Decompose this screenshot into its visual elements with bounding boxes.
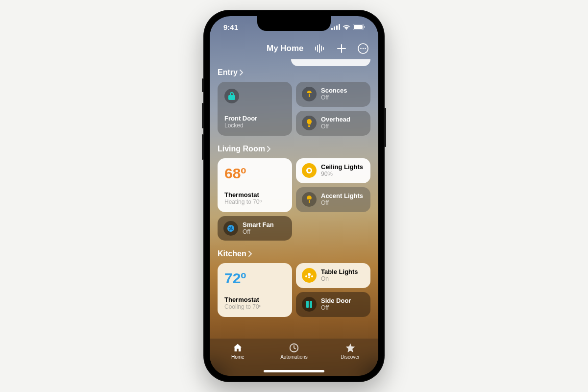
lamp-icon — [302, 192, 317, 207]
svg-point-21 — [308, 273, 311, 276]
nav-bar: My Home — [210, 38, 378, 59]
tab-home[interactable]: Home — [218, 343, 257, 360]
tab-bar: Home Automations Discover — [210, 339, 378, 376]
tile-accent-lights[interactable]: Accent Lights Off — [296, 187, 370, 212]
svg-point-23 — [311, 275, 313, 277]
room-header-kitchen[interactable]: Kitchen — [218, 249, 370, 258]
tab-automations[interactable]: Automations — [274, 343, 314, 360]
sconce-icon — [302, 87, 317, 101]
lock-icon — [224, 89, 239, 103]
cellular-icon — [331, 23, 340, 31]
tile-thermostat-living[interactable]: 68º Thermostat Heating to 70º — [218, 158, 292, 212]
accessory-name: Thermostat — [224, 191, 285, 198]
content: Entry Front Door Locked — [210, 59, 378, 339]
door-icon — [302, 297, 317, 312]
accessory-name: Front Door — [224, 115, 285, 122]
tab-label: Home — [231, 354, 245, 360]
chevron-right-icon — [248, 251, 252, 257]
chevron-right-icon — [267, 146, 271, 152]
tile-ceiling-lights[interactable]: Ceiling Lights 90% — [296, 158, 370, 183]
page-title: My Home — [267, 44, 304, 53]
accessory-name: Side Door — [321, 297, 351, 305]
svg-point-16 — [363, 48, 364, 49]
tile-thermostat-kitchen[interactable]: 72º Thermostat Cooling to 70º — [218, 263, 292, 317]
accessory-status: Cooling to 70º — [224, 303, 285, 310]
room-label: Entry — [218, 68, 238, 77]
room-entry: Entry Front Door Locked — [218, 68, 370, 136]
screen: 9:41 My Home — [210, 16, 378, 376]
accessory-status: Off — [321, 200, 363, 207]
svg-rect-2 — [336, 25, 338, 30]
accessory-status: Off — [321, 95, 347, 101]
accessory-name: Accent Lights — [321, 193, 363, 200]
accessory-status: Off — [321, 305, 351, 312]
intercom-button[interactable] — [314, 42, 326, 55]
accessory-name: Overhead — [321, 116, 350, 123]
accessory-status: Heating to 70º — [224, 198, 285, 205]
accessory-name: Sconces — [321, 87, 347, 95]
lightbulb-icon — [302, 116, 317, 130]
accessory-status: 90% — [321, 171, 363, 178]
home-indicator[interactable] — [264, 370, 324, 372]
star-icon — [345, 343, 356, 353]
accessory-name: Smart Fan — [243, 221, 274, 229]
svg-rect-26 — [310, 301, 312, 308]
tile-overhead[interactable]: Overhead Off — [296, 111, 370, 136]
wifi-icon — [343, 23, 350, 31]
fan-icon — [223, 221, 238, 236]
thermostat-temp: 72º — [224, 270, 285, 287]
room-label: Kitchen — [218, 249, 246, 258]
accessory-name: Thermostat — [224, 296, 285, 303]
chevron-right-icon — [240, 70, 244, 75]
thermostat-temp: 68º — [224, 165, 285, 182]
tile-front-door[interactable]: Front Door Locked — [218, 82, 292, 136]
clock-icon — [289, 343, 299, 353]
tab-discover[interactable]: Discover — [331, 343, 370, 360]
partial-tile[interactable] — [291, 59, 370, 66]
more-button[interactable] — [357, 42, 369, 55]
svg-point-20 — [227, 225, 234, 232]
room-kitchen: Kitchen 72º Thermostat Cooling to 70º — [218, 249, 370, 317]
tile-table-lights[interactable]: Table Lights On — [296, 263, 370, 288]
status-time: 9:41 — [223, 23, 238, 31]
accessory-status: On — [321, 276, 358, 283]
phone-frame: 9:41 My Home — [203, 10, 385, 382]
svg-rect-25 — [306, 301, 309, 308]
battery-icon — [353, 23, 366, 31]
room-label: Living Room — [218, 145, 265, 153]
room-living: Living Room 68º Thermostat Heating to 70… — [218, 145, 370, 241]
ceiling-light-icon — [302, 163, 317, 178]
svg-point-24 — [308, 276, 310, 278]
chandelier-icon — [302, 268, 317, 283]
svg-rect-1 — [334, 26, 335, 30]
svg-point-22 — [305, 275, 307, 277]
house-icon — [232, 343, 243, 353]
svg-rect-3 — [339, 24, 340, 30]
add-button[interactable] — [335, 42, 348, 55]
accessory-name: Table Lights — [321, 269, 358, 276]
tab-label: Discover — [341, 354, 360, 360]
accessory-status: Locked — [224, 122, 285, 129]
accessory-status: Off — [243, 229, 274, 236]
tab-label: Automations — [280, 354, 308, 360]
accessory-name: Ceiling Lights — [321, 164, 363, 171]
tile-side-door[interactable]: Side Door Off — [296, 292, 370, 317]
svg-rect-6 — [364, 26, 365, 28]
accessory-status: Off — [321, 123, 350, 130]
notch — [257, 16, 331, 31]
svg-point-15 — [360, 48, 362, 49]
svg-point-17 — [365, 48, 366, 49]
svg-rect-0 — [331, 28, 333, 30]
tile-smart-fan[interactable]: Smart Fan Off — [218, 216, 292, 241]
room-header-entry[interactable]: Entry — [218, 68, 370, 77]
tile-sconces[interactable]: Sconces Off — [296, 82, 370, 107]
svg-rect-5 — [354, 25, 363, 29]
room-header-living[interactable]: Living Room — [218, 145, 370, 153]
svg-point-19 — [308, 169, 311, 172]
